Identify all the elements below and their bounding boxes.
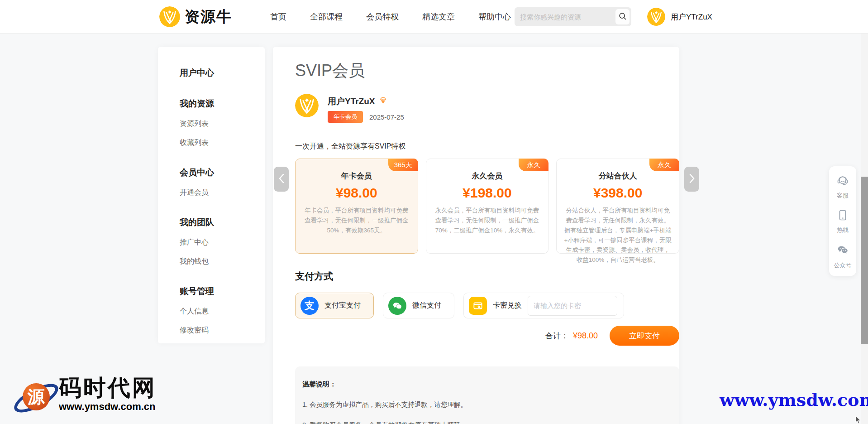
- float-label-official-account: 公众号: [834, 261, 852, 270]
- alipay-icon: 支: [300, 297, 319, 315]
- float-label-customer-service: 客服: [837, 192, 849, 200]
- watermark-bottom-left: 源 码时代网 www.ymsdw.com.cn: [15, 376, 157, 421]
- globe-sphere: 源: [23, 383, 50, 410]
- plan-ribbon-partner: 永久: [649, 159, 679, 171]
- plan-price-partner: ¥398.00: [557, 185, 679, 201]
- mouse-cursor: [855, 416, 861, 424]
- float-label-hotline: 热线: [837, 226, 849, 234]
- plan-card-lifetime[interactable]: 永久 永久会员 ¥198.00 永久会员，平台所有项目资料均可免费查看学习，无任…: [426, 159, 549, 254]
- plan-desc-annual: 年卡会员，平台所有项目资料均可免费查看学习，无任何限制，一级推广佣金50%，有效…: [296, 206, 418, 236]
- plan-ribbon-lifetime: 永久: [519, 159, 548, 171]
- globe-character: 源: [28, 385, 45, 409]
- sidebar-item-change-password[interactable]: 修改密码: [180, 326, 265, 335]
- sidebar-item-promotion-center[interactable]: 推广中心: [180, 238, 265, 247]
- notice-item-2: 2. 重复购买会员服务，会员有效期将在原有基础上顺延。: [302, 421, 668, 424]
- total-row: 合计： ¥98.00 立即支付: [295, 326, 679, 346]
- payment-option-wechat[interactable]: 微信支付: [383, 293, 454, 318]
- search-button[interactable]: [615, 9, 630, 24]
- float-item-customer-service[interactable]: 客服: [836, 174, 849, 200]
- sidebar-title: 用户中心: [180, 67, 265, 79]
- page-title: SVIP会员: [295, 60, 679, 82]
- plan-ribbon-annual: 365天: [388, 159, 418, 171]
- nav-item-home[interactable]: 首页: [270, 11, 286, 22]
- plan-card-partner[interactable]: 永久 分站合伙人 ¥398.00 分站合伙人，平台所有项目资料均可免费查看学习，…: [556, 159, 679, 254]
- payment-option-alipay[interactable]: 支 支付宝支付: [295, 293, 374, 318]
- total-label: 合计：: [545, 331, 568, 341]
- page: 资源牛 首页 全部课程 会员特权 精选文章 帮助中心: [0, 0, 868, 424]
- member-avatar: [295, 94, 319, 117]
- member-meta: 用户YTrZuX 年卡会员 2025-07-25: [328, 94, 404, 123]
- brand-logo[interactable]: 资源牛: [159, 6, 232, 27]
- carousel-prev-button[interactable]: [274, 167, 289, 192]
- sidebar-item-personal-info[interactable]: 个人信息: [180, 307, 265, 316]
- search-input[interactable]: [515, 7, 615, 26]
- nav-item-help-center[interactable]: 帮助中心: [478, 11, 511, 22]
- floating-contact-panel: 客服 热线 公众号: [829, 166, 856, 276]
- payment-methods-row: 支 支付宝支付 微信支付: [295, 293, 679, 318]
- sidebar-item-resource-list[interactable]: 资源列表: [180, 119, 265, 129]
- plan-name-partner: 分站合伙人: [557, 171, 679, 181]
- header-user-avatar: [647, 8, 665, 26]
- sidebar-item-open-membership[interactable]: 开通会员: [180, 188, 265, 198]
- sidebar-header-my-team: 我的团队: [180, 217, 265, 228]
- sidebar-header-my-resources: 我的资源: [180, 98, 265, 110]
- nav-item-featured-articles[interactable]: 精选文章: [422, 11, 455, 22]
- watermark-left-url: www.ymsdw.com.cn: [59, 401, 157, 413]
- sidebar-item-favorites-list[interactable]: 收藏列表: [180, 138, 265, 148]
- search-icon: [618, 12, 627, 22]
- chevron-left-icon: [278, 173, 285, 185]
- header-user-name: 用户YTrZuX: [671, 12, 712, 22]
- sidebar-item-my-wallet[interactable]: 我的钱包: [180, 257, 265, 266]
- wechat-pay-icon: [388, 297, 406, 315]
- card-key-icon: [469, 297, 487, 315]
- watermark-left-title: 码时代网: [59, 376, 157, 400]
- notice-item-1: 1. 会员服务为虚拟产品，购买后不支持退款，请您理解。: [302, 400, 668, 409]
- carousel-next-button[interactable]: [684, 167, 699, 192]
- pay-now-button[interactable]: 立即支付: [610, 326, 679, 346]
- payment-section-title: 支付方式: [295, 270, 679, 283]
- scrollbar-thumb[interactable]: [861, 177, 868, 344]
- plan-price-annual: ¥98.00: [296, 185, 418, 201]
- top-navbar: 资源牛 首页 全部课程 会员特权 精选文章 帮助中心: [0, 0, 868, 34]
- member-level-badge: 年卡会员: [328, 111, 363, 123]
- plan-name-lifetime: 永久会员: [426, 171, 548, 181]
- chevron-right-icon: [689, 173, 695, 185]
- alipay-label: 支付宝支付: [324, 301, 361, 310]
- header-user[interactable]: 用户YTrZuX: [647, 8, 712, 26]
- search-box: [515, 7, 631, 26]
- main-panel: SVIP会员 用户YTrZuX: [273, 47, 679, 424]
- phone-icon: [836, 209, 849, 223]
- float-item-official-account[interactable]: 公众号: [834, 243, 852, 270]
- plan-card-annual[interactable]: 365天 年卡会员 ¥98.00 年卡会员，平台所有项目资料均可免费查看学习，无…: [295, 159, 418, 254]
- payment-option-card-key[interactable]: 卡密兑换: [463, 293, 624, 318]
- nav-item-all-courses[interactable]: 全部课程: [310, 11, 343, 22]
- notice-box: 温馨说明： 1. 会员服务为虚拟产品，购买后不支持退款，请您理解。 2. 重复购…: [295, 366, 679, 424]
- total-value: ¥98.00: [573, 331, 598, 341]
- svip-slogan: 一次开通，全站资源享有SVIP特权: [295, 142, 679, 151]
- wechat-pay-label: 微信支付: [412, 301, 441, 310]
- scrollbar-track[interactable]: [861, 34, 868, 424]
- nav-item-member-privileges[interactable]: 会员特权: [366, 11, 399, 22]
- watermark-bottom-right-url: www.ymsdw.com.cn: [720, 390, 868, 410]
- float-item-hotline[interactable]: 热线: [836, 209, 849, 234]
- main-nav: 首页 全部课程 会员特权 精选文章 帮助中心: [270, 0, 511, 34]
- plan-carousel: 365天 年卡会员 ¥98.00 年卡会员，平台所有项目资料均可免费查看学习，无…: [295, 159, 679, 254]
- member-expiry-date: 2025-07-25: [369, 113, 404, 121]
- member-name: 用户YTrZuX: [328, 96, 375, 107]
- globe-logo: 源: [15, 376, 57, 421]
- vip-diamond-icon: [379, 96, 387, 107]
- plan-desc-partner: 分站合伙人，平台所有项目资料均可免费查看学习，无任何限制，永久有效。拥有独立管理…: [557, 206, 679, 265]
- plan-desc-lifetime: 永久会员，平台所有项目资料均可免费查看学习，无任何限制，一级推广佣金70%，二级…: [426, 206, 548, 236]
- plan-name-annual: 年卡会员: [296, 171, 418, 181]
- brand-name: 资源牛: [185, 7, 232, 27]
- card-key-input[interactable]: [528, 296, 617, 316]
- headset-icon: [836, 174, 849, 189]
- notice-title: 温馨说明：: [302, 380, 668, 389]
- member-user-row: 用户YTrZuX 年卡会员 2025-07-25: [295, 94, 679, 123]
- sidebar-header-account-management: 账号管理: [180, 285, 265, 297]
- card-key-label: 卡密兑换: [493, 301, 522, 310]
- wechat-icon: [836, 243, 849, 259]
- sidebar-header-member-center: 会员中心: [180, 167, 265, 178]
- plan-price-lifetime: ¥198.00: [426, 185, 548, 201]
- sidebar: 用户中心 我的资源 资源列表 收藏列表 会员中心 开通会员 我的团队 推广中心 …: [158, 47, 265, 343]
